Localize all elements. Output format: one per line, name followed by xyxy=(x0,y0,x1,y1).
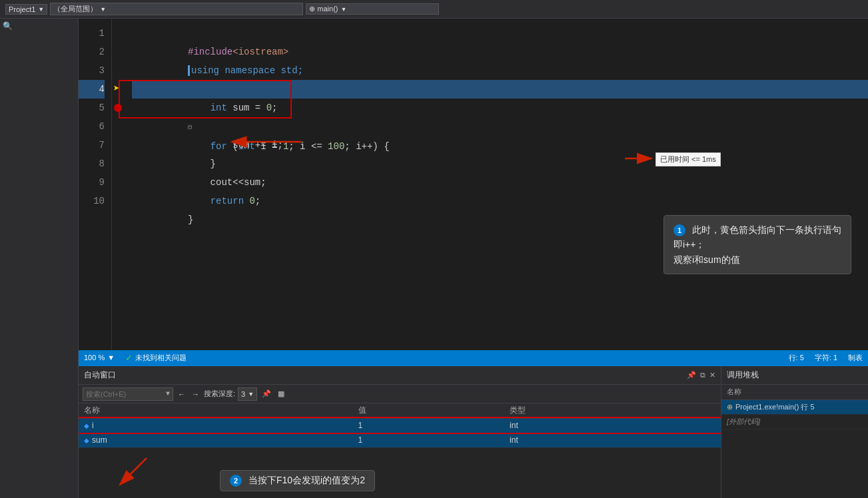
editor-container: 1 2 3 4 5 6 7 8 9 10 ➤ xyxy=(79,19,868,498)
status-bar: 100 % ▼ ✓ 未找到相关问题 行: 5 字符: 1 制表 xyxy=(79,350,868,365)
gutter: ➤ xyxy=(112,19,125,350)
time-annotation: 已用时间 <= 1ms xyxy=(655,152,721,166)
tooltip-bubble-1: 1 此时，黄色箭头指向下一条执行语句即i++；观察i和sum的值 xyxy=(663,215,851,274)
code-editor[interactable]: 1 2 3 4 5 6 7 8 9 10 ➤ xyxy=(79,19,868,350)
debug-arrow: ➤ xyxy=(113,80,120,99)
search-box[interactable]: ▼ xyxy=(83,387,173,401)
var-name-i: ◆i xyxy=(79,418,353,433)
var-table: 名称 值 类型 ◆i 1 int ◆ xyxy=(79,403,721,498)
line-numbers: 1 2 3 4 5 6 7 8 9 10 xyxy=(79,19,112,350)
line-num-7: 7 xyxy=(79,136,105,154)
issues-label: 未找到相关问题 xyxy=(135,353,187,363)
cs-main-label: ⊕Project1.exe!main() 行 5 xyxy=(721,399,868,414)
back-btn[interactable]: ← xyxy=(176,389,187,399)
function-dropdown[interactable]: ⊕ main() ▼ xyxy=(306,3,439,15)
project-dropdown-arrow: ▼ xyxy=(38,6,44,13)
line-num-3: 3 xyxy=(79,61,105,80)
code-line-5: ⊟ for (int i = 1; i <= 100; i++) { xyxy=(132,99,868,117)
function-label: ⊕ main() xyxy=(309,5,338,13)
main-layout: 🔍 1 2 3 4 5 6 7 8 9 10 ➤ xyxy=(0,19,868,498)
encoding-status: 制表 xyxy=(848,353,863,363)
search-dropdown-btn[interactable]: ▼ xyxy=(166,390,170,397)
pin-btn[interactable]: 📌 xyxy=(260,389,273,399)
auto-window-title: 自动窗口 xyxy=(84,370,116,381)
float-icon[interactable]: ⧉ xyxy=(700,371,705,379)
code-line-8: cout<<sum; xyxy=(132,154,868,173)
breakpoint-dot xyxy=(114,104,122,112)
close-icon[interactable]: ✕ xyxy=(709,371,715,379)
col-type: 类型 xyxy=(504,403,721,418)
var-row-sum[interactable]: ◆sum 1 int xyxy=(79,433,721,447)
zoom-control[interactable]: 100 % ▼ xyxy=(84,354,115,362)
search-input[interactable] xyxy=(86,390,166,398)
code-line-7: } xyxy=(132,136,868,154)
line-num-5: 5 xyxy=(79,99,105,117)
project-dropdown[interactable]: Project1 ▼ xyxy=(5,4,47,15)
function-dropdown-arrow: ▼ xyxy=(341,6,347,13)
code-line-10: } xyxy=(132,192,868,210)
var-value-sum: 1 xyxy=(353,433,504,447)
depth-combo[interactable]: 3 ▼ xyxy=(238,387,257,401)
line-num-6: 6 xyxy=(79,117,105,136)
cs-row-main[interactable]: ⊕Project1.exe!main() 行 5 xyxy=(721,399,868,414)
code-lines[interactable]: #include<iostream> using namespace std; … xyxy=(125,19,868,350)
scope-dropdown-arrow: ▼ xyxy=(100,6,106,13)
line-num-8: 8 xyxy=(79,154,105,173)
row-status: 行: 5 xyxy=(789,353,804,363)
code-line-4: int sum = 0; xyxy=(132,80,868,99)
col-name: 名称 xyxy=(79,403,353,418)
tooltip-badge-1: 1 xyxy=(673,224,685,236)
scope-label: （全局范围） xyxy=(53,4,97,14)
call-stack-table: 名称 ⊕Project1.exe!main() 行 5 xyxy=(721,385,868,498)
check-icon: ✓ xyxy=(125,353,133,363)
line-num-2: 2 xyxy=(79,43,105,61)
tooltip-text-1: 此时，黄色箭头指向下一条执行语句即i++；观察i和sum的值 xyxy=(673,224,841,265)
var-value-i: 1 xyxy=(353,418,504,433)
var-type-sum: int xyxy=(504,433,721,447)
top-bar: Project1 ▼ （全局范围） ▼ ⊕ main() ▼ xyxy=(0,0,868,19)
var-icon-sum: ◆ xyxy=(84,437,89,444)
line-num-9: 9 xyxy=(79,173,105,192)
time-label: 已用时间 <= 1ms xyxy=(660,155,716,163)
var-name-sum: ◆sum xyxy=(79,433,353,447)
project-label: Project1 xyxy=(9,5,35,13)
annotation-2-text: 当按下F10会发现i的值变为2 xyxy=(248,475,365,485)
code-line-1: #include<iostream> xyxy=(132,24,868,43)
code-line-6: sum += i; xyxy=(132,117,868,136)
panel-toolbar: ▼ ← → 搜索深度: 3 ▼ 📌 ▦ xyxy=(79,385,721,403)
depth-value: 3 xyxy=(241,390,245,398)
annotation-2: 2 当按下F10会发现i的值变为2 xyxy=(220,470,375,491)
var-icon-i: ◆ xyxy=(84,422,89,429)
zoom-dropdown-arrow: ▼ xyxy=(107,354,115,362)
zoom-value: 100 % xyxy=(84,354,105,362)
code-line-3: ⊟int main() { xyxy=(132,61,868,80)
bottom-panel: 自动窗口 📌 ⧉ ✕ ▼ ← → 搜索深度: xyxy=(79,365,868,498)
col-value: 值 xyxy=(353,403,504,418)
depth-label: 搜索深度: xyxy=(204,389,235,399)
var-row-i[interactable]: ◆i 1 int xyxy=(79,418,721,433)
col-status: 字符: 1 xyxy=(815,353,837,363)
call-icon: ⊕ xyxy=(727,403,733,411)
call-stack-title: 调用堆栈 xyxy=(727,370,759,381)
forward-btn[interactable]: → xyxy=(190,389,201,399)
line-num-10: 10 xyxy=(79,192,105,210)
status-right: 行: 5 字符: 1 制表 xyxy=(789,353,863,363)
cs-external-label: [外部代码] xyxy=(721,414,868,429)
code-line-2: using namespace std; xyxy=(132,43,868,61)
pin-icon[interactable]: 📌 xyxy=(687,371,696,379)
cs-col-name: 名称 xyxy=(721,385,868,399)
cs-row-external: [外部代码] xyxy=(721,414,868,429)
sidebar-search: 🔍 xyxy=(0,19,78,34)
line-num-4: 4 xyxy=(79,80,105,99)
code-line-9: return 0; xyxy=(132,173,868,192)
issues-status: ✓ 未找到相关问题 xyxy=(125,353,187,363)
table-btn[interactable]: ▦ xyxy=(276,389,286,399)
line-num-1: 1 xyxy=(79,24,105,43)
auto-window: 自动窗口 📌 ⧉ ✕ ▼ ← → 搜索深度: xyxy=(79,366,721,498)
left-sidebar: 🔍 xyxy=(0,19,79,498)
var-type-i: int xyxy=(504,418,721,433)
annotation-2-badge: 2 xyxy=(230,475,242,487)
call-stack-header: 调用堆栈 xyxy=(721,366,868,385)
panel-header-icons: 📌 ⧉ ✕ xyxy=(687,371,715,379)
scope-dropdown[interactable]: （全局范围） ▼ xyxy=(50,3,303,15)
